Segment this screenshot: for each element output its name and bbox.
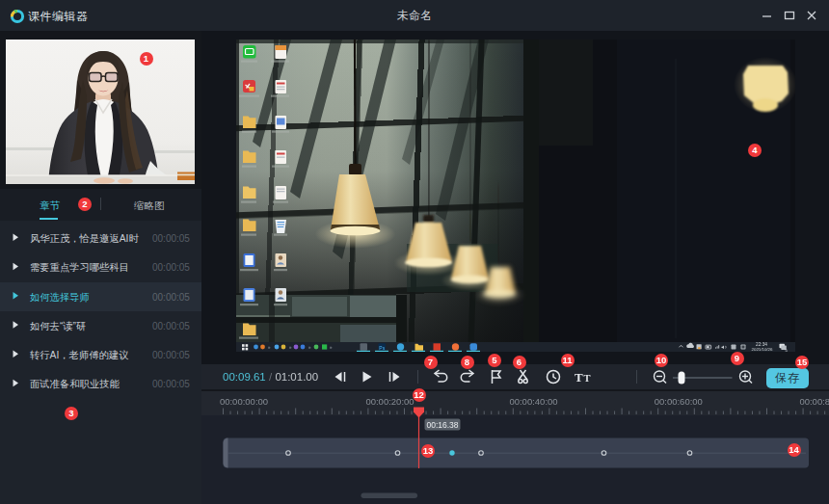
svg-text:00:00:80:00: 00:00:80:00	[799, 396, 829, 407]
svg-text:如何去“读”研: 如何去“读”研	[30, 321, 86, 332]
svg-text:T: T	[575, 370, 583, 385]
svg-text:需要重点学习哪些科目: 需要重点学习哪些科目	[30, 262, 129, 273]
svg-text:00:00:05: 00:00:05	[152, 233, 190, 244]
svg-text:00:00:05: 00:00:05	[152, 350, 190, 360]
svg-text:00:16.38: 00:16.38	[426, 420, 458, 430]
svg-text:T: T	[584, 373, 591, 384]
svg-text:00:00:00:00: 00:00:00:00	[220, 396, 268, 407]
svg-text:00:00:60:00: 00:00:60:00	[655, 396, 703, 407]
svg-text:00:00:05: 00:00:05	[152, 292, 190, 303]
svg-text:Ps: Ps	[379, 345, 385, 351]
svg-text:00:00:40:00: 00:00:40:00	[509, 396, 557, 407]
svg-text:00:00:20:00: 00:00:20:00	[365, 396, 414, 407]
svg-text:00:00:05: 00:00:05	[152, 379, 190, 389]
svg-text:转行AI，老师傅的建议: 转行AI，老师傅的建议	[30, 350, 129, 360]
svg-text:如何选择导师: 如何选择导师	[30, 292, 90, 303]
svg-text:00:00:05: 00:00:05	[152, 321, 190, 332]
svg-text:面试准备和职业技能: 面试准备和职业技能	[30, 379, 120, 389]
svg-text:风华正茂，恰是邀返AI时: 风华正茂，恰是邀返AI时	[30, 233, 139, 244]
svg-text:00:00:05: 00:00:05	[152, 262, 190, 273]
svg-text:2021/10/26: 2021/10/26	[752, 347, 774, 352]
